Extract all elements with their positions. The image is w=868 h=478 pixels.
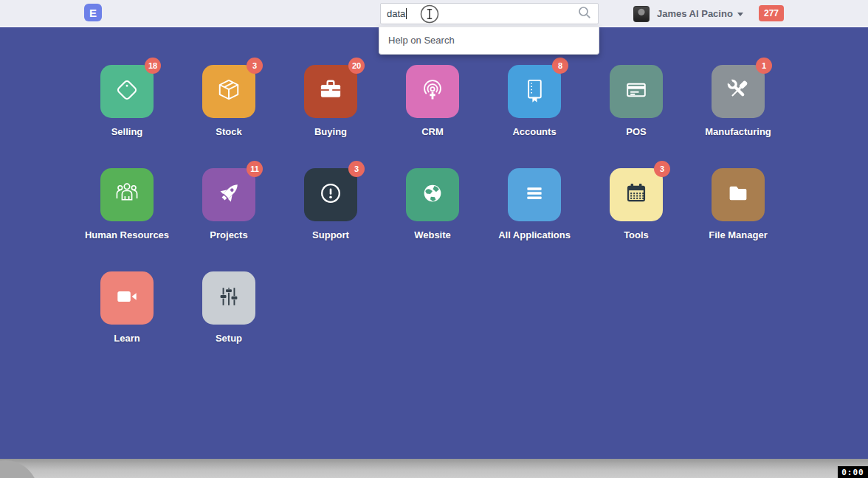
rocket-icon (213, 178, 244, 212)
module-cell-selling: 18Selling (76, 65, 178, 168)
person-broadcast-icon (417, 75, 448, 108)
module-cell-buying: 20Buying (280, 65, 382, 168)
sliders-icon (213, 281, 244, 315)
module-tile-tools[interactable]: 3 (610, 168, 663, 221)
module-cell-support: 3Support (280, 168, 382, 271)
module-label: Learn (114, 333, 140, 344)
alert-circle-icon (315, 178, 346, 212)
module-label: Buying (314, 126, 347, 137)
module-tile-pos[interactable] (610, 65, 663, 118)
module-tile-selling[interactable]: 18 (100, 65, 154, 118)
module-label: File Manager (709, 229, 767, 240)
module-cell-all-applications: All Applications (483, 168, 585, 271)
user-menu[interactable]: James Al Pacino (633, 0, 743, 27)
module-cell-file-manager: File Manager (687, 168, 789, 271)
box-icon (213, 75, 244, 108)
video-camera-icon (111, 281, 142, 315)
ledger-book-icon (519, 75, 550, 108)
module-tile-human-resources[interactable] (100, 168, 154, 221)
module-label: Projects (210, 229, 247, 240)
text-caret (406, 8, 407, 19)
app-logo[interactable]: E (84, 4, 102, 21)
module-cell-crm: CRM (382, 65, 483, 168)
user-avatar[interactable] (633, 6, 650, 22)
module-label: Tools (624, 229, 649, 240)
module-cell-learn: Learn (76, 271, 178, 375)
module-tile-support[interactable]: 3 (304, 168, 357, 221)
people-group-icon (111, 178, 142, 212)
module-grid: 18Selling 3Stock 20Buying CRM 8Accounts … (76, 65, 789, 375)
search-query-text: data (387, 8, 405, 19)
module-count-badge: 8 (552, 58, 568, 74)
user-name-label: James Al Pacino (657, 8, 733, 19)
module-count-badge: 3 (654, 161, 670, 177)
module-tile-file-manager[interactable] (712, 168, 765, 221)
module-tile-learn[interactable] (100, 271, 154, 325)
module-label: Website (414, 229, 451, 240)
module-tile-crm[interactable] (406, 65, 459, 118)
global-search-input[interactable]: data (380, 3, 599, 24)
folder-icon (723, 178, 754, 212)
module-count-badge: 11 (247, 161, 263, 177)
module-tile-accounts[interactable]: 8 (508, 65, 561, 118)
module-tile-all-applications[interactable] (508, 168, 561, 221)
desk-background: 18Selling 3Stock 20Buying CRM 8Accounts … (0, 28, 868, 459)
notifications-count-badge[interactable]: 277 (759, 5, 784, 21)
module-tile-setup[interactable] (202, 271, 255, 325)
globe-icon (417, 178, 448, 212)
module-label: All Applications (498, 229, 571, 240)
module-cell-projects: 11Projects (178, 168, 280, 271)
menu-icon (519, 178, 550, 212)
module-label: CRM (421, 126, 444, 137)
module-label: Setup (216, 333, 242, 344)
module-cell-setup: Setup (178, 271, 280, 375)
help-on-search-item[interactable]: Help on Search (379, 27, 599, 54)
briefcase-icon (315, 75, 346, 108)
module-label: Human Resources (85, 229, 169, 240)
module-count-badge: 20 (348, 58, 365, 74)
module-count-badge: 1 (756, 58, 772, 74)
chevron-down-icon (737, 13, 743, 16)
module-count-badge: 3 (348, 161, 365, 177)
calendar-icon (621, 178, 652, 212)
module-tile-manufacturing[interactable]: 1 (712, 65, 765, 118)
wrench-screwdriver-icon (723, 75, 754, 108)
module-cell-tools: 3Tools (585, 168, 687, 271)
mouse-cursor-icon (418, 3, 441, 28)
credit-card-icon (621, 75, 652, 108)
tag-icon (111, 75, 142, 108)
module-cell-human-resources: Human Resources (76, 168, 178, 271)
module-tile-projects[interactable]: 11 (202, 168, 255, 221)
module-cell-accounts: 8Accounts (483, 65, 585, 168)
module-tile-stock[interactable]: 3 (202, 65, 255, 118)
module-tile-website[interactable] (406, 168, 459, 221)
window-footer (0, 459, 868, 478)
module-label: Stock (216, 126, 241, 137)
module-cell-stock: 3Stock (178, 65, 280, 168)
module-label: Manufacturing (705, 126, 771, 137)
module-tile-buying[interactable]: 20 (304, 65, 357, 118)
module-label: Accounts (512, 126, 556, 137)
module-cell-pos: POS (585, 65, 687, 168)
search-suggestions-dropdown: Help on Search (379, 27, 599, 55)
module-count-badge: 3 (247, 58, 263, 74)
screen-recorder-timer: 0:00 (838, 466, 868, 478)
search-icon[interactable] (577, 5, 592, 23)
module-cell-manufacturing: 1Manufacturing (687, 65, 789, 168)
module-label: Support (312, 229, 349, 240)
module-label: Selling (111, 126, 143, 137)
module-label: POS (626, 126, 646, 137)
module-cell-website: Website (382, 168, 483, 271)
module-count-badge: 18 (145, 58, 161, 74)
